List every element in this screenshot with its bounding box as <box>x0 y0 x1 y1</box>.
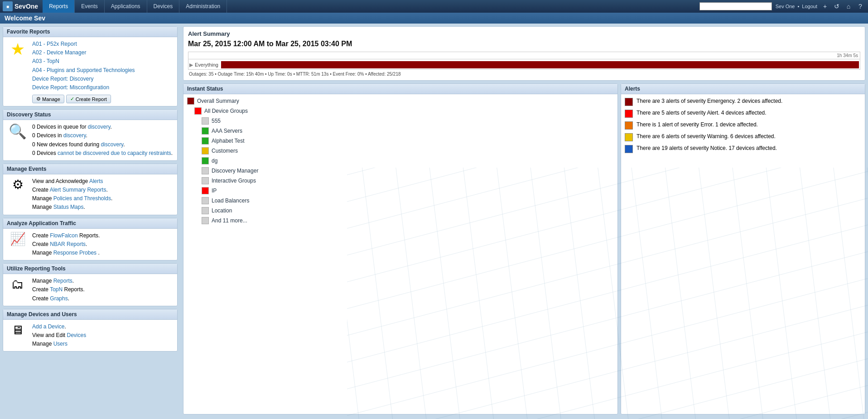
logout-link[interactable]: Logout <box>802 4 817 9</box>
status-color-gray <box>202 177 209 184</box>
status-item-more[interactable]: And 11 more... <box>183 216 617 226</box>
everything-label[interactable]: ▶ Everything <box>189 62 218 68</box>
nav-item-reports[interactable]: Reports <box>43 0 75 13</box>
list-item: Create NBAR Reports. <box>32 240 174 249</box>
analyze-traffic-body: 📈 Create FlowFalcon Reports. Create NBAR… <box>3 229 177 260</box>
users-link[interactable]: Users <box>53 341 68 347</box>
list-item: 0 Devices in queue for discovery. <box>32 123 174 131</box>
status-item-555[interactable]: 555 <box>183 116 617 126</box>
status-item-location[interactable]: Location <box>183 206 617 216</box>
alert-text-error: There is 1 alert of severity Error. 1 de… <box>637 121 758 128</box>
alerts-header: Alerts <box>621 84 865 94</box>
fav-report-link[interactable]: A02 - Device Manager <box>32 49 86 56</box>
status-color-green <box>202 137 209 144</box>
status-color-gray <box>202 197 209 204</box>
logo-text: SevOne <box>14 3 38 10</box>
status-color-overall <box>187 97 194 105</box>
status-name: Overall Summary <box>197 98 239 104</box>
graphs-link[interactable]: Graphs <box>50 295 68 302</box>
discovery-link[interactable]: discovery <box>101 141 123 148</box>
status-item-customers[interactable]: Customers <box>183 146 617 156</box>
add-device-link[interactable]: Add a Device <box>32 323 64 330</box>
reports-link[interactable]: Reports <box>53 278 72 284</box>
refresh-icon[interactable]: ↺ <box>832 1 842 11</box>
list-item: Manage Users <box>32 340 174 348</box>
home-icon[interactable]: ⌂ <box>844 1 854 11</box>
status-maps-link[interactable]: Status Maps <box>53 204 84 210</box>
fav-report-link[interactable]: A03 - TopN <box>32 58 59 64</box>
status-item-all-device-groups[interactable]: All Device Groups <box>183 106 617 116</box>
search-input[interactable] <box>699 2 772 10</box>
status-item-dg[interactable]: dg <box>183 156 617 166</box>
fav-report-link[interactable]: A01 - P52x Report <box>32 41 77 47</box>
status-item-overall[interactable]: Overall Summary <box>183 96 617 106</box>
status-item-ip[interactable]: IP <box>183 186 617 196</box>
fav-report-link[interactable]: Device Report: Discovery <box>32 76 93 82</box>
manage-button[interactable]: ⚙ Manage <box>32 95 64 103</box>
list-item: Add a Device. <box>32 323 174 331</box>
username[interactable]: Sev One <box>776 4 795 9</box>
favorite-reports-content: A01 - P52x Report A02 - Device Manager A… <box>32 40 174 103</box>
alert-item-warning: There are 6 alerts of severity Warning. … <box>625 133 861 141</box>
manage-events-icon: ⚙ <box>7 177 29 192</box>
add-icon[interactable]: + <box>820 1 830 11</box>
list-item: View and Edit Devices <box>32 331 174 340</box>
timeline-stats: Outages: 35 • Outage Time: 15h 40m • Up … <box>188 72 860 77</box>
devices-link[interactable]: Devices <box>67 332 87 338</box>
policies-link[interactable]: Policies and Thresholds <box>53 195 111 202</box>
alert-color-alert <box>625 110 633 118</box>
manage-devices-body: 🖥 Add a Device. View and Edit Devices Ma… <box>3 320 177 352</box>
favorite-reports-panel: Favorite Reports ★ A01 - P52x Report A02… <box>3 26 178 106</box>
status-color-gray <box>202 117 209 125</box>
status-item-interactive[interactable]: Interactive Groups <box>183 176 617 186</box>
analyze-traffic-content: Create FlowFalcon Reports. Create NBAR R… <box>32 231 174 258</box>
alert-summary-link[interactable]: Alert Summary Reports <box>50 187 106 193</box>
gear-icon: ⚙ <box>36 96 41 102</box>
help-icon[interactable]: ? <box>855 1 865 11</box>
discovery-link[interactable]: discovery <box>63 132 86 139</box>
alerts-link[interactable]: Alerts <box>89 178 103 184</box>
manage-events-header: Manage Events <box>3 164 177 174</box>
status-name: Interactive Groups <box>212 178 256 184</box>
status-color-red <box>194 107 202 115</box>
nav-item-devices[interactable]: Devices <box>147 0 180 13</box>
response-probes-link[interactable]: Response Probes <box>53 250 96 256</box>
favorite-reports-body: ★ A01 - P52x Report A02 - Device Manager… <box>3 37 177 106</box>
alert-date-range: Mar 25, 2015 12:00 AM to Mar 25, 2015 03… <box>188 40 860 48</box>
discovery-capacity-link[interactable]: cannot be discovered due to capacity res… <box>58 150 171 156</box>
create-report-button[interactable]: ✓ Create Report <box>66 95 111 103</box>
topn-link[interactable]: TopN <box>50 286 63 293</box>
status-item-discovery[interactable]: Discovery Manager <box>183 166 617 176</box>
status-name: 555 <box>212 118 221 124</box>
list-item: Manage Reports. <box>32 277 174 285</box>
plus-icon: ✓ <box>70 96 74 102</box>
logo-icon: ■ <box>3 1 13 11</box>
alert-text-alert: There are 5 alerts of severity Alert. 4 … <box>637 110 767 116</box>
analyze-traffic-header: Analyze Application Traffic <box>3 218 177 229</box>
list-item: Create TopN Reports. <box>32 285 174 294</box>
nbar-link[interactable]: NBAR Reports <box>50 241 86 247</box>
fav-report-link[interactable]: A04 - Plugins and Supported Technologies <box>32 67 135 73</box>
reporting-tools-list: Manage Reports. Create TopN Reports. Cre… <box>32 277 174 303</box>
nav-item-events[interactable]: Events <box>75 0 105 13</box>
alert-color-emergency <box>625 98 633 106</box>
expand-icon: ▶ <box>189 62 193 68</box>
alert-color-notice <box>625 145 633 153</box>
discovery-link[interactable]: discovery <box>88 124 111 130</box>
manage-events-list: View and Acknowledge Alerts Create Alert… <box>32 177 174 212</box>
reporting-tools-panel: Utilize Reporting Tools 🗂 Manage Reports… <box>3 263 178 306</box>
analyze-traffic-list: Create FlowFalcon Reports. Create NBAR R… <box>32 231 174 258</box>
nav-item-applications[interactable]: Applications <box>105 0 147 13</box>
instant-status-header: Instant Status <box>183 84 617 94</box>
fav-report-link[interactable]: Device Report: Misconfiguration <box>32 84 109 91</box>
status-item-alphabet[interactable]: Alphabet Test <box>183 136 617 146</box>
nav-item-administration[interactable]: Administration <box>179 0 227 13</box>
logo[interactable]: ■ SevOne <box>3 1 38 11</box>
status-name: dg <box>212 158 217 164</box>
flowfalcon-link[interactable]: FlowFalcon <box>50 232 77 239</box>
status-item-aaa[interactable]: AAA Servers <box>183 126 617 136</box>
status-name: Load Balancers <box>212 197 249 204</box>
timeline-container: 1h 34m 5s ▶ Everything <box>188 52 860 70</box>
status-item-loadbalancers[interactable]: Load Balancers <box>183 196 617 206</box>
list-item: View and Acknowledge Alerts <box>32 177 174 186</box>
